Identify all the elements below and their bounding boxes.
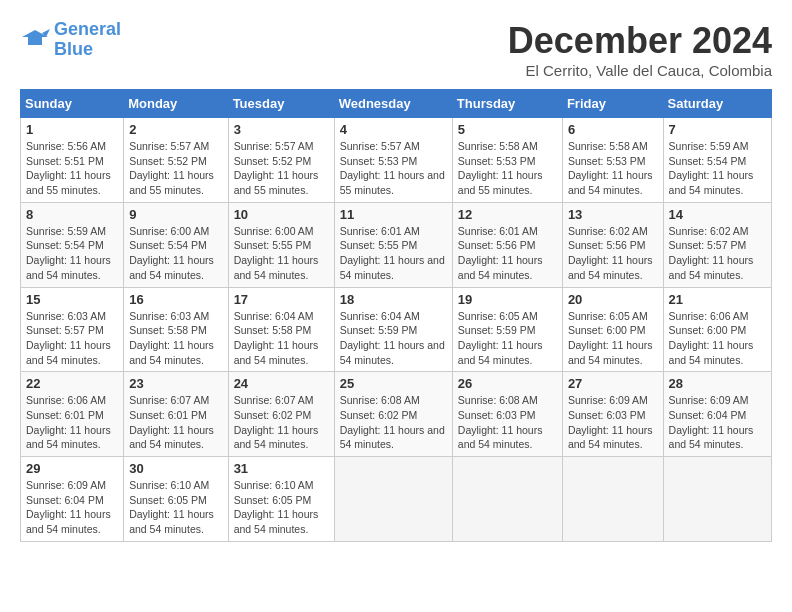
day-cell: 21 Sunrise: 6:06 AM Sunset: 6:00 PM Dayl…	[663, 287, 771, 372]
day-number: 27	[568, 376, 658, 391]
day-cell: 24 Sunrise: 6:07 AM Sunset: 6:02 PM Dayl…	[228, 372, 334, 457]
day-info: Sunrise: 6:02 AM Sunset: 5:56 PM Dayligh…	[568, 224, 658, 283]
day-cell: 19 Sunrise: 6:05 AM Sunset: 5:59 PM Dayl…	[452, 287, 562, 372]
day-cell: 4 Sunrise: 5:57 AM Sunset: 5:53 PM Dayli…	[334, 118, 452, 203]
day-cell: 17 Sunrise: 6:04 AM Sunset: 5:58 PM Dayl…	[228, 287, 334, 372]
week-row-4: 22 Sunrise: 6:06 AM Sunset: 6:01 PM Dayl…	[21, 372, 772, 457]
day-number: 18	[340, 292, 447, 307]
day-info: Sunrise: 6:02 AM Sunset: 5:57 PM Dayligh…	[669, 224, 766, 283]
day-info: Sunrise: 6:00 AM Sunset: 5:54 PM Dayligh…	[129, 224, 222, 283]
day-cell: 12 Sunrise: 6:01 AM Sunset: 5:56 PM Dayl…	[452, 202, 562, 287]
day-cell: 14 Sunrise: 6:02 AM Sunset: 5:57 PM Dayl…	[663, 202, 771, 287]
day-cell: 16 Sunrise: 6:03 AM Sunset: 5:58 PM Dayl…	[124, 287, 228, 372]
week-row-2: 8 Sunrise: 5:59 AM Sunset: 5:54 PM Dayli…	[21, 202, 772, 287]
day-cell: 18 Sunrise: 6:04 AM Sunset: 5:59 PM Dayl…	[334, 287, 452, 372]
day-number: 11	[340, 207, 447, 222]
col-wednesday: Wednesday	[334, 90, 452, 118]
day-cell: 28 Sunrise: 6:09 AM Sunset: 6:04 PM Dayl…	[663, 372, 771, 457]
day-number: 30	[129, 461, 222, 476]
day-cell: 13 Sunrise: 6:02 AM Sunset: 5:56 PM Dayl…	[562, 202, 663, 287]
day-number: 6	[568, 122, 658, 137]
day-number: 29	[26, 461, 118, 476]
day-cell: 11 Sunrise: 6:01 AM Sunset: 5:55 PM Dayl…	[334, 202, 452, 287]
day-number: 2	[129, 122, 222, 137]
day-cell: 25 Sunrise: 6:08 AM Sunset: 6:02 PM Dayl…	[334, 372, 452, 457]
logo-icon	[20, 25, 50, 55]
day-cell: 3 Sunrise: 5:57 AM Sunset: 5:52 PM Dayli…	[228, 118, 334, 203]
calendar-table: Sunday Monday Tuesday Wednesday Thursday…	[20, 89, 772, 542]
day-info: Sunrise: 6:09 AM Sunset: 6:04 PM Dayligh…	[26, 478, 118, 537]
day-info: Sunrise: 5:56 AM Sunset: 5:51 PM Dayligh…	[26, 139, 118, 198]
day-number: 8	[26, 207, 118, 222]
day-cell: 9 Sunrise: 6:00 AM Sunset: 5:54 PM Dayli…	[124, 202, 228, 287]
day-number: 22	[26, 376, 118, 391]
day-info: Sunrise: 6:08 AM Sunset: 6:03 PM Dayligh…	[458, 393, 557, 452]
day-cell: 30 Sunrise: 6:10 AM Sunset: 6:05 PM Dayl…	[124, 457, 228, 542]
day-cell: 2 Sunrise: 5:57 AM Sunset: 5:52 PM Dayli…	[124, 118, 228, 203]
day-cell	[663, 457, 771, 542]
day-number: 7	[669, 122, 766, 137]
day-number: 1	[26, 122, 118, 137]
day-cell: 26 Sunrise: 6:08 AM Sunset: 6:03 PM Dayl…	[452, 372, 562, 457]
day-number: 20	[568, 292, 658, 307]
day-info: Sunrise: 6:01 AM Sunset: 5:55 PM Dayligh…	[340, 224, 447, 283]
day-cell	[452, 457, 562, 542]
day-cell: 7 Sunrise: 5:59 AM Sunset: 5:54 PM Dayli…	[663, 118, 771, 203]
day-info: Sunrise: 6:00 AM Sunset: 5:55 PM Dayligh…	[234, 224, 329, 283]
day-info: Sunrise: 6:05 AM Sunset: 6:00 PM Dayligh…	[568, 309, 658, 368]
day-cell: 15 Sunrise: 6:03 AM Sunset: 5:57 PM Dayl…	[21, 287, 124, 372]
day-info: Sunrise: 5:57 AM Sunset: 5:52 PM Dayligh…	[234, 139, 329, 198]
title-area: December 2024 El Cerrito, Valle del Cauc…	[508, 20, 772, 79]
day-number: 13	[568, 207, 658, 222]
day-info: Sunrise: 5:59 AM Sunset: 5:54 PM Dayligh…	[669, 139, 766, 198]
day-number: 12	[458, 207, 557, 222]
day-info: Sunrise: 5:58 AM Sunset: 5:53 PM Dayligh…	[458, 139, 557, 198]
day-info: Sunrise: 6:03 AM Sunset: 5:57 PM Dayligh…	[26, 309, 118, 368]
day-cell: 23 Sunrise: 6:07 AM Sunset: 6:01 PM Dayl…	[124, 372, 228, 457]
header: General Blue December 2024 El Cerrito, V…	[20, 20, 772, 79]
logo: General Blue	[20, 20, 121, 60]
day-number: 15	[26, 292, 118, 307]
day-cell: 1 Sunrise: 5:56 AM Sunset: 5:51 PM Dayli…	[21, 118, 124, 203]
day-info: Sunrise: 6:05 AM Sunset: 5:59 PM Dayligh…	[458, 309, 557, 368]
col-monday: Monday	[124, 90, 228, 118]
day-info: Sunrise: 6:04 AM Sunset: 5:59 PM Dayligh…	[340, 309, 447, 368]
day-number: 17	[234, 292, 329, 307]
day-info: Sunrise: 6:07 AM Sunset: 6:02 PM Dayligh…	[234, 393, 329, 452]
day-cell: 5 Sunrise: 5:58 AM Sunset: 5:53 PM Dayli…	[452, 118, 562, 203]
day-number: 10	[234, 207, 329, 222]
day-cell: 6 Sunrise: 5:58 AM Sunset: 5:53 PM Dayli…	[562, 118, 663, 203]
day-number: 25	[340, 376, 447, 391]
header-row: Sunday Monday Tuesday Wednesday Thursday…	[21, 90, 772, 118]
calendar-subtitle: El Cerrito, Valle del Cauca, Colombia	[508, 62, 772, 79]
day-info: Sunrise: 6:09 AM Sunset: 6:03 PM Dayligh…	[568, 393, 658, 452]
day-info: Sunrise: 5:59 AM Sunset: 5:54 PM Dayligh…	[26, 224, 118, 283]
day-number: 3	[234, 122, 329, 137]
day-number: 19	[458, 292, 557, 307]
day-number: 31	[234, 461, 329, 476]
day-number: 4	[340, 122, 447, 137]
day-cell: 31 Sunrise: 6:10 AM Sunset: 6:05 PM Dayl…	[228, 457, 334, 542]
day-info: Sunrise: 6:10 AM Sunset: 6:05 PM Dayligh…	[234, 478, 329, 537]
day-info: Sunrise: 6:06 AM Sunset: 6:01 PM Dayligh…	[26, 393, 118, 452]
day-cell: 22 Sunrise: 6:06 AM Sunset: 6:01 PM Dayl…	[21, 372, 124, 457]
day-info: Sunrise: 6:01 AM Sunset: 5:56 PM Dayligh…	[458, 224, 557, 283]
day-info: Sunrise: 6:06 AM Sunset: 6:00 PM Dayligh…	[669, 309, 766, 368]
day-info: Sunrise: 6:04 AM Sunset: 5:58 PM Dayligh…	[234, 309, 329, 368]
day-number: 26	[458, 376, 557, 391]
day-cell: 27 Sunrise: 6:09 AM Sunset: 6:03 PM Dayl…	[562, 372, 663, 457]
day-cell: 10 Sunrise: 6:00 AM Sunset: 5:55 PM Dayl…	[228, 202, 334, 287]
day-cell: 8 Sunrise: 5:59 AM Sunset: 5:54 PM Dayli…	[21, 202, 124, 287]
day-number: 16	[129, 292, 222, 307]
day-cell	[562, 457, 663, 542]
day-number: 5	[458, 122, 557, 137]
day-info: Sunrise: 6:09 AM Sunset: 6:04 PM Dayligh…	[669, 393, 766, 452]
col-saturday: Saturday	[663, 90, 771, 118]
day-info: Sunrise: 5:57 AM Sunset: 5:53 PM Dayligh…	[340, 139, 447, 198]
day-info: Sunrise: 6:03 AM Sunset: 5:58 PM Dayligh…	[129, 309, 222, 368]
day-number: 23	[129, 376, 222, 391]
day-cell	[334, 457, 452, 542]
day-number: 24	[234, 376, 329, 391]
day-info: Sunrise: 5:58 AM Sunset: 5:53 PM Dayligh…	[568, 139, 658, 198]
day-info: Sunrise: 6:10 AM Sunset: 6:05 PM Dayligh…	[129, 478, 222, 537]
